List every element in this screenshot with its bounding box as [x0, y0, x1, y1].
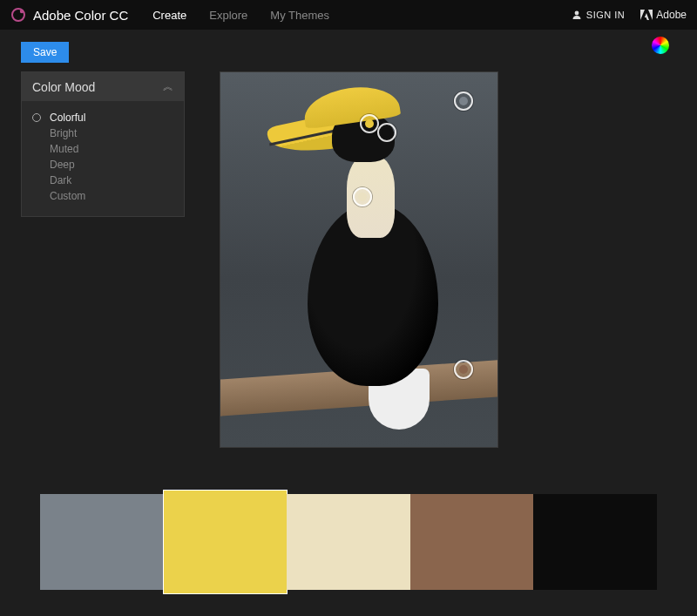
mood-label: Bright — [50, 127, 77, 139]
color-sampler-1[interactable] — [454, 91, 473, 111]
sign-in-label: SIGN IN — [586, 10, 625, 20]
mood-label: Deep — [50, 159, 75, 171]
adobe-brand[interactable]: Adobe — [640, 9, 687, 21]
sampler-swatch-icon — [459, 97, 468, 105]
mood-list: Colorful Bright Muted Deep Dark Custom — [22, 101, 184, 216]
adobe-logo-icon — [640, 10, 653, 20]
svg-point-1 — [20, 10, 24, 13]
mood-custom[interactable]: Custom — [32, 188, 173, 204]
swatch-3[interactable] — [287, 494, 410, 590]
mood-deep[interactable]: Deep — [32, 157, 173, 173]
nav-create[interactable]: Create — [152, 9, 186, 22]
sampler-swatch-icon — [459, 365, 468, 374]
swatch-2[interactable] — [164, 491, 288, 593]
color-mood-title: Color Mood — [32, 80, 95, 94]
app-logo-icon — [10, 7, 26, 23]
swatch-5[interactable] — [533, 494, 657, 590]
source-image — [220, 71, 498, 448]
adobe-brand-label: Adobe — [656, 9, 687, 21]
mood-dark[interactable]: Dark — [32, 173, 173, 188]
mood-colorful[interactable]: Colorful — [32, 110, 173, 125]
sign-in-link[interactable]: SIGN IN — [572, 10, 625, 20]
mood-label: Custom — [50, 190, 85, 202]
color-sampler-4[interactable] — [353, 187, 372, 206]
color-sampler-5[interactable] — [454, 360, 473, 379]
chevron-up-icon: ︽ — [163, 79, 173, 94]
swatch-4[interactable] — [410, 494, 534, 590]
color-sampler-3[interactable] — [377, 123, 396, 142]
nav-my-themes[interactable]: My Themes — [270, 9, 329, 22]
svg-point-2 — [574, 11, 579, 16]
mood-label: Dark — [50, 174, 71, 186]
mood-label: Muted — [50, 143, 78, 155]
mood-muted[interactable]: Muted — [32, 141, 173, 157]
content-area: Save Color Mood ︽ Colorful Bright Muted — [0, 30, 697, 448]
color-mood-panel: Color Mood ︽ Colorful Bright Muted Deep — [21, 71, 185, 217]
sampler-swatch-icon — [365, 119, 374, 128]
radio-icon — [32, 113, 41, 122]
color-mood-header[interactable]: Color Mood ︽ — [22, 72, 184, 101]
mood-label: Colorful — [50, 112, 85, 124]
mood-bright[interactable]: Bright — [32, 125, 173, 141]
save-button[interactable]: Save — [21, 42, 69, 63]
nav-explore[interactable]: Explore — [209, 9, 247, 22]
sampler-swatch-icon — [382, 128, 391, 137]
app-title: Adobe Color CC — [33, 8, 128, 23]
swatch-1[interactable] — [40, 494, 164, 590]
sampler-swatch-icon — [358, 193, 367, 201]
color-sampler-2[interactable] — [360, 114, 379, 133]
palette-swatches — [40, 494, 657, 590]
user-icon — [572, 10, 582, 20]
color-wheel-icon[interactable] — [652, 37, 669, 54]
top-bar: Adobe Color CC Create Explore My Themes … — [0, 0, 697, 30]
